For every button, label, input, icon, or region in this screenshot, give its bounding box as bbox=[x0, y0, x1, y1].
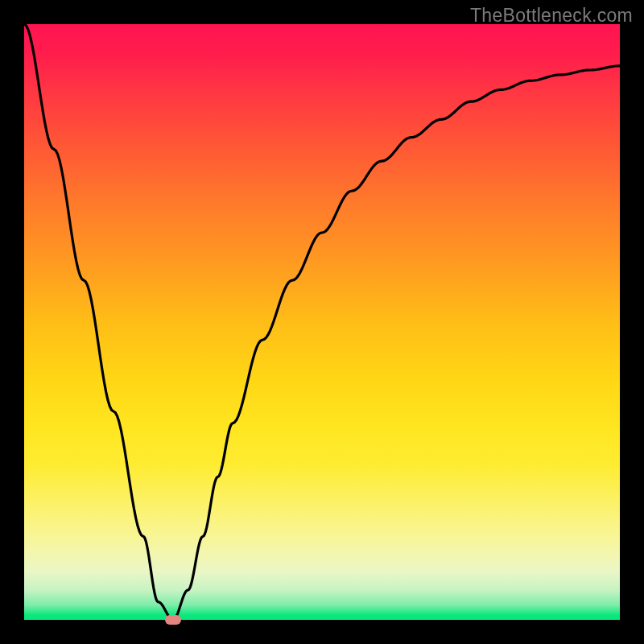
plot-area bbox=[24, 24, 620, 620]
curve-path bbox=[24, 24, 620, 620]
bottleneck-curve bbox=[24, 24, 620, 620]
minimum-marker bbox=[165, 615, 181, 625]
watermark-text: TheBottleneck.com bbox=[470, 5, 633, 27]
chart-frame: TheBottleneck.com bbox=[0, 0, 644, 644]
